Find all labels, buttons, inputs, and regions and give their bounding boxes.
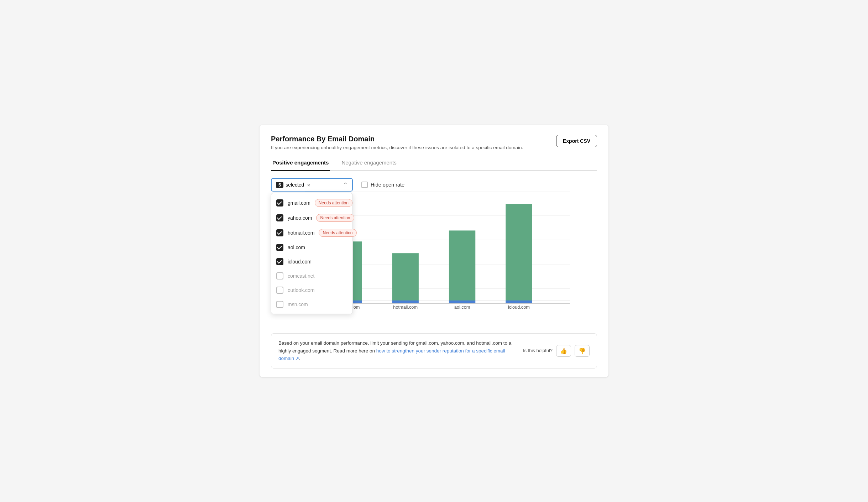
x-axis-label: Email Domain (421, 312, 454, 313)
domain-label-yahoo: yahoo.com (288, 215, 312, 221)
dropdown-item-comcast[interactable]: comcast.net (271, 269, 352, 283)
chevron-up-icon: ⌃ (343, 182, 348, 188)
bar-icloud (506, 204, 532, 300)
domain-label-msn: msn.com (288, 302, 308, 307)
bar-aol (449, 231, 475, 301)
domain-label-gmail: gmail.com (288, 200, 310, 206)
export-csv-button[interactable]: Export CSV (556, 135, 597, 147)
bar-label-icloud: icloud.com (508, 304, 530, 310)
dropdown-trigger[interactable]: 5 selected × ⌃ (271, 178, 353, 192)
info-box: Based on your email domain performance, … (271, 333, 597, 368)
checkbox-gmail (276, 199, 283, 206)
domain-label-comcast: comcast.net (288, 273, 314, 279)
domain-label-icloud: icloud.com (288, 259, 312, 265)
tab-negative-engagements[interactable]: Negative engagements (340, 156, 398, 171)
checkbox-yahoo (276, 214, 283, 221)
domain-label-hotmail: hotmail.com (288, 230, 314, 236)
domain-dropdown[interactable]: 5 selected × ⌃ gmail.com Needs attention… (271, 178, 353, 192)
hide-open-rate-label: Hide open rate (371, 182, 404, 188)
clear-selection-icon[interactable]: × (307, 182, 310, 188)
main-card: Performance By Email Domain If you are e… (260, 125, 608, 377)
dropdown-item-gmail[interactable]: gmail.com Needs attention (271, 195, 352, 210)
tab-positive-engagements[interactable]: Positive engagements (271, 156, 330, 171)
selected-count-badge: 5 (276, 182, 283, 188)
dropdown-item-hotmail[interactable]: hotmail.com Needs attention (271, 225, 352, 240)
thumbs-up-button[interactable]: 👍 (556, 345, 571, 357)
bar-icloud-blue (506, 300, 532, 304)
checkbox-hotmail (276, 229, 283, 236)
helpful-label: Is this helpful? (523, 347, 553, 355)
domain-label-outlook: outlook.com (288, 287, 314, 293)
page-title: Performance By Email Domain (271, 135, 523, 143)
tabs-row: Positive engagements Negative engagement… (271, 156, 597, 171)
dropdown-item-icloud[interactable]: icloud.com (271, 255, 352, 269)
needs-attention-badge-hotmail: Needs attention (319, 229, 356, 237)
needs-attention-badge-gmail: Needs attention (315, 199, 352, 207)
bar-hotmail (392, 253, 419, 300)
dropdown-item-aol[interactable]: aol.com (271, 240, 352, 255)
bar-label-aol: aol.com (454, 304, 470, 310)
domain-label-aol: aol.com (288, 245, 305, 250)
needs-attention-badge-yahoo: Needs attention (316, 214, 354, 222)
helpful-row: Is this helpful? 👍 👎 (523, 345, 590, 357)
selected-label: selected (286, 182, 304, 188)
info-text-after: . (299, 356, 300, 361)
bar-hotmail-blue (392, 300, 419, 304)
controls-row: 5 selected × ⌃ gmail.com Needs attention… (271, 178, 597, 192)
title-block: Performance By Email Domain If you are e… (271, 135, 523, 150)
dropdown-list: gmail.com Needs attention yahoo.com Need… (271, 193, 353, 314)
bar-aol-blue (449, 300, 475, 304)
checkbox-aol (276, 244, 283, 251)
checkbox-comcast (276, 272, 283, 279)
info-box-text: Based on your email domain performance, … (278, 339, 516, 362)
checkbox-outlook (276, 287, 283, 294)
bar-label-hotmail: hotmail.com (393, 304, 418, 310)
dropdown-item-yahoo[interactable]: yahoo.com Needs attention (271, 210, 352, 225)
header-row: Performance By Email Domain If you are e… (271, 135, 597, 150)
checkbox-msn (276, 301, 283, 308)
hide-open-rate-control[interactable]: Hide open rate (361, 182, 404, 188)
dropdown-item-outlook[interactable]: outlook.com (271, 283, 352, 297)
hide-open-rate-checkbox[interactable] (361, 182, 368, 188)
checkbox-icloud (276, 258, 283, 265)
thumbs-down-button[interactable]: 👎 (575, 345, 590, 357)
dropdown-item-msn[interactable]: msn.com (271, 297, 352, 312)
subtitle: If you are experiencing unhealthy engage… (271, 145, 523, 150)
external-link-icon: ↗ (294, 356, 299, 361)
